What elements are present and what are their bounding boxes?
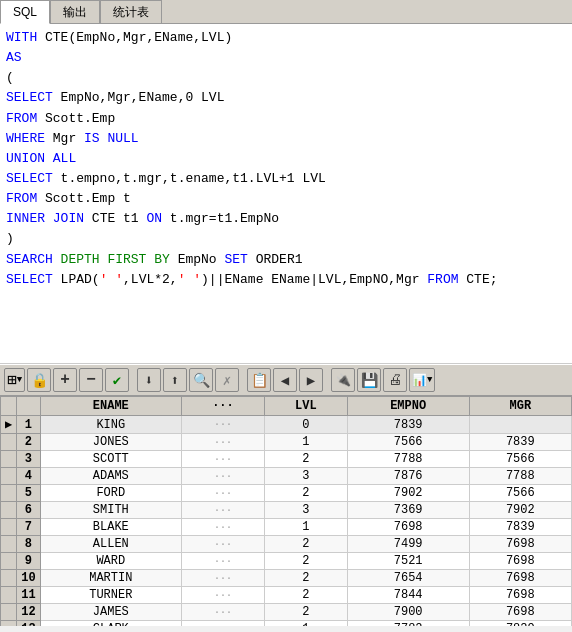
- cell-empno[interactable]: 7521: [347, 553, 469, 570]
- cell-mgr[interactable]: 7839: [469, 519, 571, 536]
- cell-lvl[interactable]: 1: [264, 434, 347, 451]
- cell-mgr[interactable]: 7698: [469, 570, 571, 587]
- nav-prev-icon: ◀: [281, 372, 289, 389]
- filter-asc-button[interactable]: ⬆: [163, 368, 187, 392]
- cell-empno[interactable]: 7900: [347, 604, 469, 621]
- cell-empno[interactable]: 7698: [347, 519, 469, 536]
- cell-lvl[interactable]: 2: [264, 570, 347, 587]
- chart-dropdown-arrow: ▼: [427, 375, 432, 385]
- cell-ename[interactable]: MARTIN: [40, 570, 181, 587]
- tab-bar: SQL 输出 统计表: [0, 0, 572, 24]
- col-header-mgr[interactable]: MGR: [469, 397, 571, 416]
- cell-empno[interactable]: 7876: [347, 468, 469, 485]
- confirm-button[interactable]: ✔: [105, 368, 129, 392]
- table-row[interactable]: 13CLARK···177827839: [1, 621, 572, 627]
- cell-ename[interactable]: SCOTT: [40, 451, 181, 468]
- print-button[interactable]: 🖨: [383, 368, 407, 392]
- cell-lvl[interactable]: 0: [264, 416, 347, 434]
- cell-ename[interactable]: WARD: [40, 553, 181, 570]
- cell-mgr[interactable]: 7839: [469, 621, 571, 627]
- cell-mgr[interactable]: 7839: [469, 434, 571, 451]
- col-header-dots1: ···: [182, 397, 265, 416]
- cell-ename[interactable]: ALLEN: [40, 536, 181, 553]
- cell-empno[interactable]: 7369: [347, 502, 469, 519]
- cell-empno[interactable]: 7788: [347, 451, 469, 468]
- cell-ename[interactable]: JONES: [40, 434, 181, 451]
- copy-button[interactable]: 📋: [247, 368, 271, 392]
- cell-empno[interactable]: 7566: [347, 434, 469, 451]
- tab-sql[interactable]: SQL: [0, 0, 50, 24]
- grid-dropdown[interactable]: ⊞ ▼: [4, 368, 25, 392]
- cell-ename[interactable]: JAMES: [40, 604, 181, 621]
- cell-ename[interactable]: SMITH: [40, 502, 181, 519]
- cell-lvl[interactable]: 2: [264, 553, 347, 570]
- table-row[interactable]: 9WARD···275217698: [1, 553, 572, 570]
- cell-mgr[interactable]: 7902: [469, 502, 571, 519]
- table-row[interactable]: ▶1KING···07839: [1, 416, 572, 434]
- cell-lvl[interactable]: 3: [264, 502, 347, 519]
- cell-empno[interactable]: 7499: [347, 536, 469, 553]
- filter-desc-button[interactable]: ⬇: [137, 368, 161, 392]
- table-row[interactable]: 4ADAMS···378767788: [1, 468, 572, 485]
- table-row[interactable]: 8ALLEN···274997698: [1, 536, 572, 553]
- cell-ename[interactable]: TURNER: [40, 587, 181, 604]
- cell-empno[interactable]: 7902: [347, 485, 469, 502]
- col-header-lvl[interactable]: LVL: [264, 397, 347, 416]
- nav-prev-button[interactable]: ◀: [273, 368, 297, 392]
- cell-mgr[interactable]: 7698: [469, 604, 571, 621]
- table-row[interactable]: 11TURNER···278447698: [1, 587, 572, 604]
- table-row[interactable]: 5FORD···279027566: [1, 485, 572, 502]
- row-arrow: [1, 468, 17, 485]
- lock-icon: 🔒: [31, 372, 48, 389]
- cell-lvl[interactable]: 2: [264, 536, 347, 553]
- table-row[interactable]: 6SMITH···373697902: [1, 502, 572, 519]
- clear-button[interactable]: ✗: [215, 368, 239, 392]
- cell-dots: ···: [182, 621, 265, 627]
- table-row[interactable]: 10MARTIN···276547698: [1, 570, 572, 587]
- table-row[interactable]: 2JONES···175667839: [1, 434, 572, 451]
- delete-row-button[interactable]: −: [79, 368, 103, 392]
- cell-lvl[interactable]: 2: [264, 451, 347, 468]
- cell-mgr[interactable]: 7698: [469, 553, 571, 570]
- cell-empno[interactable]: 7782: [347, 621, 469, 627]
- search-button[interactable]: 🔍: [189, 368, 213, 392]
- tab-output[interactable]: 输出: [50, 0, 100, 23]
- sql-editor[interactable]: WITH CTE(EmpNo,Mgr,EName,LVL)AS(SELECT E…: [0, 24, 572, 364]
- cell-mgr[interactable]: 7566: [469, 451, 571, 468]
- cell-mgr[interactable]: 7566: [469, 485, 571, 502]
- cell-lvl[interactable]: 3: [264, 468, 347, 485]
- table-row[interactable]: 12JAMES···279007698: [1, 604, 572, 621]
- nav-next-button[interactable]: ▶: [299, 368, 323, 392]
- sql-line: WHERE Mgr IS NULL: [6, 129, 566, 149]
- cell-dots: ···: [182, 536, 265, 553]
- cell-ename[interactable]: BLAKE: [40, 519, 181, 536]
- cell-mgr[interactable]: 7698: [469, 536, 571, 553]
- cell-ename[interactable]: CLARK: [40, 621, 181, 627]
- cell-lvl[interactable]: 2: [264, 485, 347, 502]
- cell-ename[interactable]: FORD: [40, 485, 181, 502]
- cell-mgr[interactable]: 7788: [469, 468, 571, 485]
- cell-ename[interactable]: KING: [40, 416, 181, 434]
- lock-button[interactable]: 🔒: [27, 368, 51, 392]
- col-header-empno[interactable]: EMPNO: [347, 397, 469, 416]
- save-button[interactable]: 💾: [357, 368, 381, 392]
- cell-dots: ···: [182, 587, 265, 604]
- col-header-ename[interactable]: ENAME: [40, 397, 181, 416]
- cell-mgr[interactable]: 7698: [469, 587, 571, 604]
- cell-ename[interactable]: ADAMS: [40, 468, 181, 485]
- cell-lvl[interactable]: 1: [264, 621, 347, 627]
- cell-empno[interactable]: 7844: [347, 587, 469, 604]
- table-row[interactable]: 7BLAKE···176987839: [1, 519, 572, 536]
- cell-mgr[interactable]: [469, 416, 571, 434]
- cell-lvl[interactable]: 2: [264, 604, 347, 621]
- row-number: 8: [17, 536, 40, 553]
- cell-empno[interactable]: 7839: [347, 416, 469, 434]
- add-row-button[interactable]: +: [53, 368, 77, 392]
- table-row[interactable]: 3SCOTT···277887566: [1, 451, 572, 468]
- tab-stats[interactable]: 统计表: [100, 0, 162, 23]
- cell-empno[interactable]: 7654: [347, 570, 469, 587]
- cell-lvl[interactable]: 2: [264, 587, 347, 604]
- chart-dropdown[interactable]: 📊 ▼: [409, 368, 435, 392]
- cell-lvl[interactable]: 1: [264, 519, 347, 536]
- db-connect-button[interactable]: 🔌: [331, 368, 355, 392]
